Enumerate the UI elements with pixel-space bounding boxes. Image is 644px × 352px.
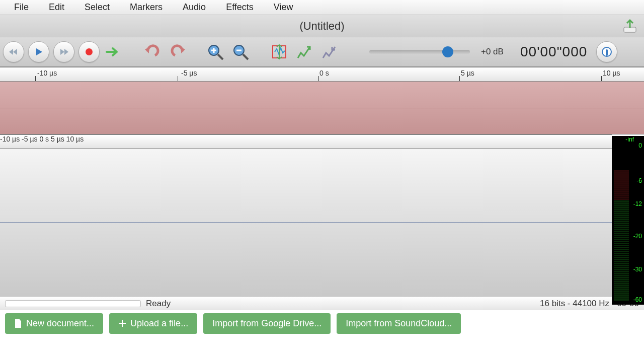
upload-file-button[interactable]: Upload a file...	[109, 313, 197, 334]
upload-file-label: Upload a file...	[130, 318, 188, 329]
import-gdrive-button[interactable]: Import from Google Drive...	[203, 313, 331, 334]
menu-audio[interactable]: Audio	[173, 0, 216, 15]
forward-button[interactable]	[53, 41, 74, 62]
timecode: 00'00"000	[520, 44, 587, 60]
ruler-tick: 5 µs	[51, 135, 64, 143]
volume-slider[interactable]	[369, 50, 470, 54]
document-title: (Untitled)	[299, 20, 344, 33]
menu-edit[interactable]: Edit	[39, 0, 74, 15]
menu-file[interactable]: File	[4, 0, 39, 15]
titlebar: (Untitled)	[0, 15, 644, 37]
main-track[interactable]	[0, 149, 644, 296]
meter-30: -30	[633, 266, 642, 273]
meter-12: -12	[633, 200, 642, 207]
db-label: +0 dB	[481, 47, 511, 57]
meter-6: -6	[636, 177, 642, 184]
volume-thumb[interactable]	[442, 46, 453, 57]
ruler-tick: 0 s	[319, 69, 329, 77]
time-ruler-main[interactable]: -10 µs -5 µs 0 s 5 µs 10 µs	[0, 134, 612, 149]
export-button[interactable]	[622, 18, 638, 34]
meter-inf: -inf	[625, 136, 634, 143]
actionbar: New document... Upload a file... Import …	[0, 310, 644, 336]
menu-view[interactable]: View	[264, 0, 303, 15]
zoom-out-selection-button[interactable]	[319, 41, 340, 62]
import-soundcloud-label: Import from SoundCloud...	[346, 318, 452, 329]
ruler-tick: 10 µs	[66, 135, 84, 143]
progress-bar	[5, 300, 141, 307]
ruler-tick: -10 µs	[0, 135, 20, 143]
zoom-in-button[interactable]	[205, 41, 226, 62]
import-gdrive-label: Import from Google Drive...	[212, 318, 321, 329]
svg-point-7	[606, 54, 608, 56]
toolbar: +0 dB 00'00"000	[0, 37, 644, 67]
import-soundcloud-button[interactable]: Import from SoundCloud...	[337, 313, 461, 334]
meter-20: -20	[633, 233, 642, 240]
ruler-tick: -5 µs	[181, 69, 197, 77]
menu-select[interactable]: Select	[74, 0, 120, 15]
play-button[interactable]	[28, 41, 49, 62]
meter-0: 0	[638, 142, 642, 149]
info-button[interactable]	[596, 41, 617, 62]
redo-button[interactable]	[167, 41, 188, 62]
overview-midline	[0, 108, 644, 108]
menu-effects[interactable]: Effects	[216, 0, 264, 15]
level-meter: -inf 0 -6 -12 -20 -30 -60	[612, 136, 644, 305]
plus-icon	[118, 319, 126, 327]
new-document-label: New document...	[26, 318, 94, 329]
menu-markers[interactable]: Markers	[120, 0, 173, 15]
status-text: Ready	[146, 299, 171, 309]
main-midline	[0, 222, 644, 223]
fit-selection-button[interactable]	[269, 41, 290, 62]
overview-track[interactable]	[0, 82, 644, 134]
zoom-out-button[interactable]	[230, 41, 252, 62]
document-icon	[14, 319, 22, 328]
zoom-in-selection-button[interactable]	[294, 41, 315, 62]
ruler-tick: -5 µs	[22, 135, 37, 143]
ruler-tick: 0 s	[39, 135, 49, 143]
statusbar: Ready 16 bits - 44100 Hz - 00"00	[0, 296, 644, 310]
ruler-tick: -10 µs	[37, 69, 57, 77]
menubar: File Edit Select Markers Audio Effects V…	[0, 0, 644, 15]
ruler-tick: 10 µs	[603, 69, 620, 77]
record-button[interactable]	[78, 41, 100, 62]
undo-button[interactable]	[142, 41, 163, 62]
go-button[interactable]	[104, 41, 125, 62]
ruler-tick: 5 µs	[461, 69, 474, 77]
svg-point-1	[86, 48, 93, 55]
new-document-button[interactable]: New document...	[5, 313, 103, 334]
rewind-button[interactable]	[3, 41, 24, 62]
time-ruler-top[interactable]: -10 µs -5 µs 0 s 5 µs 10 µs	[0, 67, 644, 82]
meter-60: -60	[633, 296, 642, 303]
